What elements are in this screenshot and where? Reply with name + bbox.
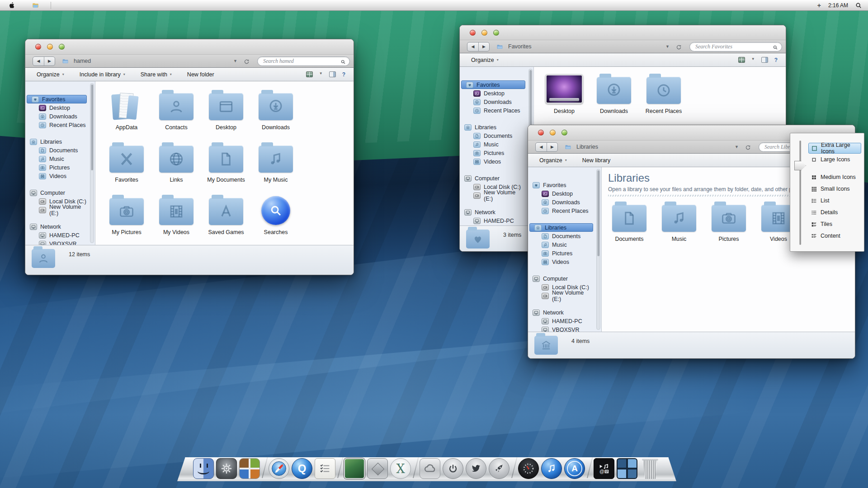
sidebar-item[interactable]: New Volume (E:) <box>25 206 87 214</box>
forward-button[interactable]: ▶ <box>547 143 557 151</box>
titlebar[interactable] <box>460 25 786 40</box>
help-icon[interactable]: ? <box>342 71 345 77</box>
icon-size-slider[interactable] <box>799 141 801 245</box>
boot-camp-dock-icon[interactable] <box>367 458 388 479</box>
view-menu-item[interactable]: Content <box>808 230 861 242</box>
close-button[interactable] <box>538 130 544 136</box>
minimize-button[interactable] <box>550 130 556 136</box>
sidebar-item[interactable]: Videos <box>528 258 593 266</box>
file-item[interactable]: My Pictures <box>102 192 151 245</box>
sidebar-item[interactable]: Music <box>25 155 87 163</box>
preview-pane-icon[interactable] <box>329 71 336 77</box>
toolbar-button[interactable]: New folder <box>187 71 214 78</box>
close-button[interactable] <box>470 30 476 36</box>
sidebar-item[interactable]: VBOXSVR <box>528 325 593 332</box>
sidebar-item[interactable]: Network <box>528 308 593 317</box>
sidebar-item[interactable]: Downloads <box>460 98 525 106</box>
sidebar-scrollbar[interactable] <box>596 169 600 330</box>
finder-dock-icon[interactable] <box>193 458 214 479</box>
address-dropdown-icon[interactable]: ▼ <box>233 59 237 63</box>
sidebar-item[interactable]: Computer <box>25 188 87 197</box>
sidebar-item[interactable]: Music <box>528 240 593 249</box>
sidebar-item[interactable]: Libraries <box>460 123 525 131</box>
zoom-button[interactable] <box>493 30 499 36</box>
sidebar-item[interactable]: Desktop <box>528 189 593 198</box>
change-view-icon[interactable] <box>738 57 745 63</box>
toolbar-button[interactable]: New library <box>582 157 611 164</box>
sidebar-item[interactable]: Documents <box>460 131 525 140</box>
spaces-dock-icon[interactable] <box>617 458 637 479</box>
file-item[interactable]: Desktop <box>201 88 251 140</box>
view-menu-item[interactable]: Details <box>808 206 861 218</box>
forward-button[interactable]: ▶ <box>44 57 55 66</box>
file-item[interactable]: Downloads <box>589 71 639 124</box>
spotlight-icon[interactable] <box>855 2 862 9</box>
apple-menu-icon[interactable] <box>8 1 16 9</box>
media-center-dock-icon[interactable]: @ <box>594 458 614 479</box>
preview-pane-icon[interactable] <box>761 57 768 63</box>
zoom-button[interactable] <box>59 44 65 50</box>
refresh-icon[interactable] <box>745 144 751 150</box>
rocket-dock-icon[interactable] <box>489 458 509 479</box>
sidebar-scrollbar[interactable] <box>90 83 94 243</box>
toolbar-button[interactable]: Organize <box>539 157 567 164</box>
sidebar-item[interactable]: Music <box>460 140 525 149</box>
plus-menu-item[interactable]: + <box>817 2 821 9</box>
sidebar-item[interactable]: Downloads <box>25 112 87 121</box>
view-menu-item[interactable]: Small Icons <box>808 183 861 195</box>
sidebar-item[interactable]: Pictures <box>528 249 593 258</box>
views-dropdown-icon[interactable]: ▼ <box>751 57 755 63</box>
address-dropdown-icon[interactable]: ▼ <box>735 145 739 149</box>
titlebar[interactable] <box>25 39 354 55</box>
search-box[interactable] <box>689 42 782 52</box>
minimize-button[interactable] <box>481 30 487 36</box>
toolbar-button[interactable]: Organize <box>37 71 64 78</box>
breadcrumb[interactable]: hamed <box>74 58 91 64</box>
file-item[interactable]: Music <box>654 199 704 252</box>
back-button[interactable]: ◀ <box>536 143 547 151</box>
refresh-icon[interactable] <box>676 44 682 50</box>
search-box[interactable] <box>257 56 350 66</box>
sidebar-item[interactable]: New Volume (E:) <box>528 291 593 300</box>
minimize-button[interactable] <box>47 44 53 50</box>
file-item[interactable]: Searches <box>251 192 301 245</box>
view-menu-item[interactable]: List <box>808 195 861 206</box>
sidebar-item[interactable]: Network <box>460 208 525 216</box>
sidebar-item[interactable]: Documents <box>528 232 593 240</box>
search-input[interactable] <box>690 43 773 50</box>
trash-dock-icon[interactable] <box>640 458 660 479</box>
sidebar-item[interactable]: Favorites <box>528 181 593 189</box>
breadcrumb[interactable]: Favorites <box>508 43 531 50</box>
sidebar-item[interactable]: Pictures <box>460 149 525 157</box>
clock-menu-item[interactable]: 2:16 AM <box>828 2 848 9</box>
sidebar-item[interactable]: Libraries <box>25 137 87 146</box>
toolbar-button[interactable]: Share with <box>141 71 172 78</box>
file-item[interactable]: Favorites <box>102 140 151 192</box>
twitter-dock-icon[interactable] <box>466 458 486 479</box>
forward-button[interactable]: ▶ <box>478 42 489 51</box>
sidebar-item[interactable]: Desktop <box>25 103 87 112</box>
view-menu-item[interactable]: Medium Icons <box>808 171 861 183</box>
view-menu-item[interactable]: Extra Large Icons <box>808 143 861 154</box>
sidebar-item[interactable]: Computer <box>460 174 525 183</box>
sidebar-item[interactable]: Documents <box>25 146 87 155</box>
os-x-dock-icon[interactable]: X <box>390 458 411 479</box>
power-dock-icon[interactable] <box>443 458 463 479</box>
file-item[interactable]: Downloads <box>251 88 301 140</box>
slider-thumb-icon[interactable] <box>794 161 806 170</box>
safari-dock-icon[interactable] <box>269 458 289 479</box>
file-item[interactable]: My Videos <box>151 192 201 245</box>
sidebar-item[interactable]: Videos <box>25 172 87 180</box>
file-item[interactable]: My Music <box>251 140 301 192</box>
sidebar-item[interactable]: Libraries <box>529 223 593 232</box>
close-button[interactable] <box>35 44 41 50</box>
system-preferences-dock-icon[interactable] <box>216 458 237 479</box>
sidebar-item[interactable]: HAMED-PC <box>528 317 593 325</box>
search-input[interactable] <box>258 58 340 65</box>
view-menu-item[interactable]: Tiles <box>808 218 861 230</box>
file-item[interactable]: Links <box>151 140 201 192</box>
sidebar-item[interactable]: Network <box>25 222 87 231</box>
file-item[interactable]: Documents <box>604 199 654 252</box>
file-item[interactable]: Pictures <box>704 199 754 252</box>
sidebar-item[interactable]: New Volume (E:) <box>460 191 525 200</box>
